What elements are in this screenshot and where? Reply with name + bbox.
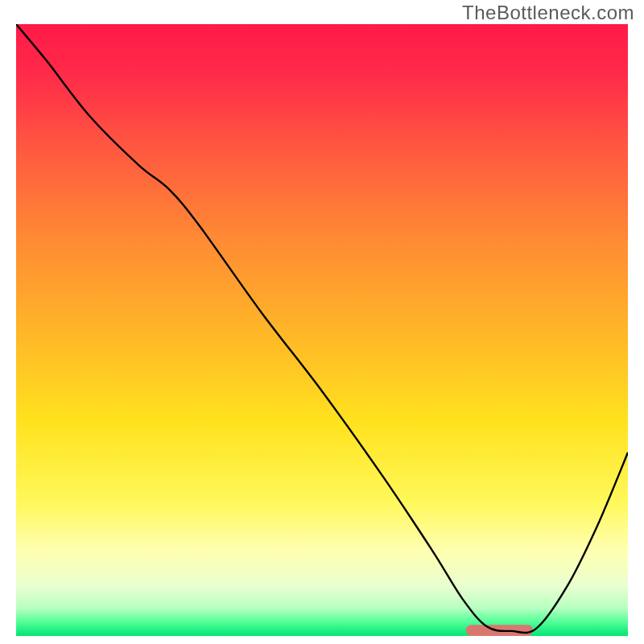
chart-background bbox=[16, 24, 628, 636]
chart-svg bbox=[16, 24, 628, 636]
plot-area bbox=[16, 24, 628, 636]
bottleneck-chart: TheBottleneck.com bbox=[0, 0, 644, 644]
watermark-text: TheBottleneck.com bbox=[462, 2, 634, 24]
